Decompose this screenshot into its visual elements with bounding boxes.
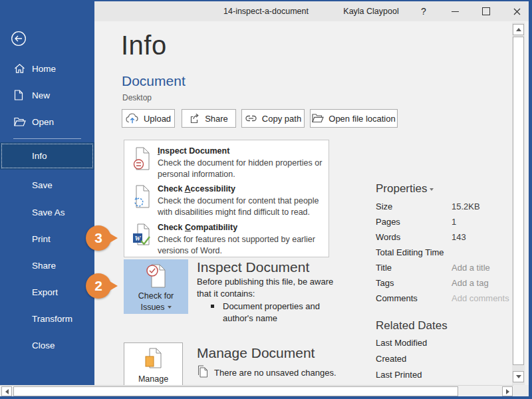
share-button[interactable]: Share [182,109,236,128]
button-label-line1: Check for [124,291,188,302]
prop-label-size: Size [376,201,392,211]
vertical-scrollbar-thumb[interactable] [513,37,524,365]
horizontal-scrollbar-thumb[interactable] [13,386,458,396]
minimize-icon [452,11,459,12]
menu-item-check-accessibility[interactable]: Check Accessibility Check the document f… [124,184,329,221]
scroll-left-button[interactable] [1,386,12,396]
manage-document-status: There are no unsaved changes. [214,367,336,379]
sidebar-item-export[interactable]: Export [0,279,94,306]
inspect-document-icon [132,147,152,174]
menu-item-title: Check Compatibility [158,223,237,232]
sidebar-item-label: Open [32,117,54,127]
link-icon [245,114,257,123]
sidebar-item-home[interactable]: Home [0,58,94,79]
sidebar-divider [13,138,81,139]
sidebar-item-close[interactable]: Close [0,332,94,359]
sidebar-item-new[interactable]: New [0,84,94,106]
close-icon [513,8,521,15]
home-icon [14,63,25,74]
manage-document-icon [124,343,182,374]
page-title: Info [121,31,167,61]
prop-label-words: Words [376,232,400,242]
titlebar: 14-inspect-a-document Kayla Claypool ? [94,1,529,21]
prop-value-add-comments[interactable]: Add comments [452,293,509,303]
window-title: 14-inspect-a-document [223,1,309,21]
step-badge-2: 2 [86,273,111,299]
inspect-document-heading: Inspect Document [197,259,309,275]
date-label-last-modified: Last Modified [376,338,427,348]
prop-label-pages: Pages [376,217,400,227]
maximize-button[interactable] [475,1,497,21]
sidebar-item-save-as[interactable]: Save As [0,199,94,226]
menu-item-inspect-document[interactable]: Inspect Document Check the document for … [124,146,329,183]
sidebar-item-label: Export [32,287,58,297]
check-for-issues-menu: Inspect Document Check the document for … [124,140,329,257]
upload-button[interactable]: Upload [122,109,175,128]
sidebar-item-label: Save As [32,207,65,217]
backstage-sidebar: Home New Open Info Save Save As Print [0,1,94,385]
prop-label-title: Title [376,263,392,273]
help-icon[interactable]: ? [421,1,426,21]
manage-document-heading: Manage Document [197,345,315,361]
svg-text:W: W [135,235,142,242]
user-name[interactable]: Kayla Claypool [343,1,398,21]
menu-item-description: Check the document for hidden properties… [158,158,325,180]
sidebar-item-share[interactable]: Share [0,252,94,279]
sidebar-item-label: Print [32,234,51,244]
sidebar-item-print[interactable]: Print [0,225,94,253]
related-dates-header: Related Dates [376,319,448,332]
check-accessibility-icon [132,185,152,211]
versions-icon [197,364,209,382]
window-border-bottom [0,396,532,399]
scroll-up-button[interactable] [513,24,524,35]
back-arrow-icon [11,31,27,47]
inspect-document-bullet: Document properties and author's name [223,301,342,325]
menu-item-description: Check the document for content that peop… [158,196,325,217]
check-compatibility-icon: W [132,223,152,250]
upload-label: Upload [144,114,171,124]
menu-item-description: Check for features not supported by earl… [158,234,325,256]
prop-value-add-tag[interactable]: Add a tag [452,278,489,288]
window-border-right [529,1,532,399]
date-label-created: Created [376,354,406,364]
dropdown-caret-icon [168,306,172,309]
open-file-location-button[interactable]: Open file location [310,109,398,128]
sidebar-item-transform[interactable]: Transform [0,305,94,332]
close-button[interactable] [505,1,528,21]
prop-label-total-editing-time: Total Editing Time [376,247,444,257]
properties-caret-icon [430,188,434,191]
button-label-line1: Manage [124,374,182,385]
scroll-down-button[interactable] [513,371,524,382]
date-label-last-printed: Last Printed [376,370,422,380]
open-folder-icon [14,117,26,127]
menu-item-title: Inspect Document [158,146,229,156]
prop-value-pages: 1 [452,217,456,227]
prop-value-add-title[interactable]: Add a title [452,263,490,273]
sidebar-item-label: Share [32,261,56,271]
sidebar-item-save[interactable]: Save [0,172,94,199]
menu-item-check-compatibility[interactable]: W Check Compatibility Check for features… [124,223,329,259]
sidebar-item-label: New [32,90,50,100]
sidebar-item-label: Save [32,180,53,190]
back-button[interactable] [11,31,27,49]
copy-path-button[interactable]: Copy path [241,109,305,128]
scroll-right-icon [506,389,509,394]
bullet-icon [211,305,214,308]
sidebar-item-open[interactable]: Open [0,111,94,132]
menu-item-title: Check Accessibility [158,184,235,194]
sidebar-item-label: Transform [32,314,72,324]
inspect-document-intro: Before publishing this file, be aware th… [197,276,346,300]
button-label-line2: Issues [124,302,188,313]
scroll-right-button[interactable] [502,386,513,396]
maximize-icon [482,7,490,15]
minimize-button[interactable] [444,1,466,21]
scroll-up-icon [516,28,521,31]
check-for-issues-icon [124,259,188,291]
sidebar-item-label: Home [32,64,56,74]
properties-header[interactable]: Properties [376,182,434,196]
folder-icon [312,114,324,123]
check-for-issues-button[interactable]: Check for Issues [124,259,188,314]
new-document-icon [14,90,23,100]
vertical-scrollbar[interactable] [512,23,525,385]
sidebar-item-info[interactable]: Info [0,142,94,170]
